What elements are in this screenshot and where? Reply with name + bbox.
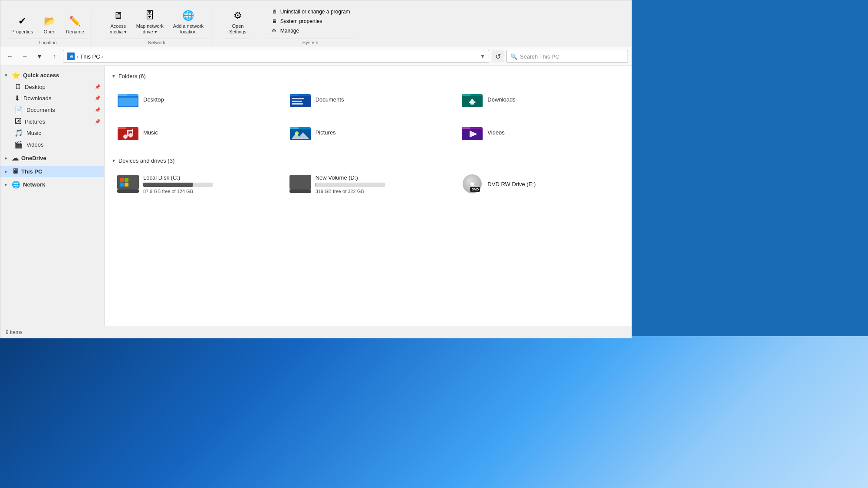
item-count: 9 items — [6, 329, 23, 335]
search-box[interactable]: 🔍 Search This PC — [506, 50, 628, 63]
videos-folder-icon: 🎬 — [14, 141, 23, 149]
folder-item-music[interactable]: Music — [112, 118, 280, 147]
network-icon: 🌐 — [12, 180, 20, 189]
ribbon-group-open-settings: ⚙ OpenSettings — [222, 7, 254, 47]
drive-item-d[interactable]: New Volume (D:) 319 GB free of 322 GB — [284, 169, 453, 199]
folders-section-header[interactable]: ▼ Folders (6) — [112, 73, 625, 79]
drive-item-e[interactable]: DVD DVD RW Drive (E:) — [456, 169, 625, 199]
sidebar-item-downloads[interactable]: ⬇ Downloads 📌 — [0, 92, 104, 104]
svg-rect-7 — [292, 98, 304, 99]
sidebar-section-quick-access: ▼ ⭐ Quick access 🖥 Desktop 📌 ⬇ Downloads… — [0, 69, 104, 151]
sidebar-item-pictures[interactable]: 🖼 Pictures 📌 — [0, 116, 104, 127]
dropdown-history-button[interactable]: ▼ — [33, 50, 46, 62]
open-button[interactable]: 📂 Open — [39, 12, 60, 37]
path-expand-button[interactable]: ▼ — [480, 53, 485, 59]
drives-section-label: Devices and drives (3) — [118, 157, 174, 164]
uninstall-icon: 🖥 — [271, 8, 278, 15]
drive-d-bar-fill — [316, 183, 316, 187]
folder-item-documents[interactable]: Documents — [284, 85, 453, 114]
pictures-folder-icon-wrapper — [289, 121, 311, 143]
desktop-wallpaper — [0, 336, 868, 488]
drive-item-c[interactable]: Local Disk (C:) 87.9 GB free of 124 GB — [112, 169, 280, 199]
main-area: ▼ ⭐ Quick access 🖥 Desktop 📌 ⬇ Downloads… — [0, 66, 631, 326]
pictures-folder-svg — [290, 124, 311, 141]
sidebar-pictures-label: Pictures — [25, 118, 45, 125]
drive-c-bar-bg — [143, 183, 213, 187]
desktop-folder-svg — [118, 91, 138, 108]
file-explorer-window: ✔ Properties 📂 Open ✏️ Rename Location 🖥 — [0, 0, 632, 338]
videos-folder-svg — [462, 124, 483, 141]
access-media-button[interactable]: 🖥 Accessmedia ▾ — [106, 7, 131, 37]
drive-e-info: DVD RW Drive (E:) — [487, 181, 536, 187]
refresh-button[interactable]: ↺ — [492, 50, 504, 62]
desktop-folder-icon: 🖥 — [14, 83, 21, 91]
sidebar-item-documents[interactable]: 📄 Documents 📌 — [0, 104, 104, 116]
access-media-label: Accessmedia ▾ — [110, 23, 127, 35]
sidebar-videos-label: Videos — [26, 141, 44, 148]
thispc-label: This PC — [21, 168, 42, 175]
drive-c-free-label: 87.9 GB free of 124 GB — [143, 189, 213, 194]
address-path-box[interactable]: 🖥 › This PC › ▼ — [63, 50, 489, 63]
settings-icon: ⚙ — [231, 9, 245, 23]
ribbon: ✔ Properties 📂 Open ✏️ Rename Location 🖥 — [0, 0, 631, 47]
music-folder-icon-wrapper — [117, 121, 139, 143]
open-settings-button[interactable]: ⚙ OpenSettings — [225, 7, 250, 37]
thispc-header[interactable]: ► 🖥 This PC — [0, 166, 104, 177]
network-header[interactable]: ► 🌐 Network — [0, 179, 104, 190]
folder-item-downloads[interactable]: Downloads — [456, 85, 625, 114]
network-group-label: Network — [106, 39, 207, 45]
drive-d-label: New Volume (D:) — [316, 174, 385, 181]
access-media-icon: 🖥 — [111, 9, 125, 23]
sidebar-item-videos[interactable]: 🎬 Videos — [0, 139, 104, 151]
status-bar: 9 items — [0, 326, 631, 338]
drive-c-bar-fill — [143, 183, 193, 187]
add-network-location-button[interactable]: 🌐 Add a networklocation — [169, 7, 207, 37]
onedrive-header[interactable]: ► ☁ OneDrive — [0, 152, 104, 164]
manage-label: Manage — [280, 28, 299, 34]
windows-logo-icon — [120, 178, 128, 187]
uninstall-menu-item[interactable]: 🖥 Uninstall or change a program — [268, 7, 353, 16]
drive-e-label: DVD RW Drive (E:) — [487, 181, 536, 187]
forward-button[interactable]: → — [19, 50, 31, 62]
dvd-drive-icon: DVD — [461, 175, 483, 193]
properties-button[interactable]: ✔ Properties — [7, 12, 37, 37]
downloads-folder-icon: ⬇ — [14, 94, 20, 102]
map-drive-icon: 🗄 — [143, 9, 157, 23]
up-button[interactable]: ↑ — [48, 50, 60, 62]
music-folder-label: Music — [143, 129, 158, 136]
drives-section-header[interactable]: ▼ Devices and drives (3) — [112, 157, 625, 164]
pin-icon-downloads: 📌 — [95, 95, 101, 101]
sidebar-section-onedrive: ► ☁ OneDrive — [0, 152, 104, 164]
map-drive-label: Map networkdrive ▾ — [136, 23, 164, 35]
system-properties-menu-item[interactable]: 🖥 System properties — [268, 17, 353, 26]
sidebar-music-label: Music — [26, 130, 41, 136]
open-icon: 📂 — [43, 14, 56, 28]
pictures-folder-label: Pictures — [316, 129, 336, 136]
videos-folder-label: Videos — [487, 129, 505, 136]
rename-button[interactable]: ✏️ Rename — [62, 12, 88, 37]
address-bar: ← → ▼ ↑ 🖥 › This PC › ▼ ↺ 🔍 Search This … — [0, 47, 631, 66]
folder-item-pictures[interactable]: Pictures — [284, 118, 453, 147]
path-separator: › — [76, 53, 78, 60]
onedrive-expand-icon: ► — [4, 156, 9, 160]
svg-rect-22 — [127, 130, 133, 131]
manage-menu-item[interactable]: ⚙ Manage — [268, 26, 353, 35]
folder-item-videos[interactable]: Videos — [456, 118, 625, 147]
quick-access-header[interactable]: ▼ ⭐ Quick access — [0, 69, 104, 81]
location-group-label: Location — [7, 39, 88, 45]
drive-e-icon-wrapper: DVD — [461, 173, 483, 195]
back-button[interactable]: ← — [4, 50, 16, 62]
drive-d-info: New Volume (D:) 319 GB free of 322 GB — [316, 174, 385, 194]
search-icon: 🔍 — [510, 53, 517, 60]
quick-access-label: Quick access — [23, 72, 59, 79]
drive-d-bar-bg — [316, 183, 385, 187]
sidebar-item-music[interactable]: 🎵 Music — [0, 127, 104, 139]
svg-rect-14 — [470, 103, 474, 105]
sidebar-item-desktop[interactable]: 🖥 Desktop 📌 — [0, 81, 104, 92]
system-group-label: System — [268, 39, 353, 45]
sidebar: ▼ ⭐ Quick access 🖥 Desktop 📌 ⬇ Downloads… — [0, 66, 105, 326]
folder-item-desktop[interactable]: Desktop — [112, 85, 280, 114]
map-network-drive-button[interactable]: 🗄 Map networkdrive ▾ — [132, 7, 168, 37]
drive-d-icon — [289, 175, 311, 193]
folders-expand-icon: ▼ — [112, 74, 116, 79]
